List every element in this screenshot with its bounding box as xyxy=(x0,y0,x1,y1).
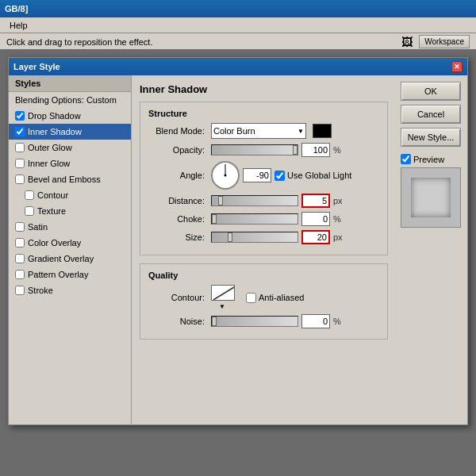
preview-text: Preview xyxy=(413,155,444,164)
structure-section: Structure Blend Mode: Color Burn Normal … xyxy=(140,102,388,255)
quality-section: Quality Contour: ▼ xyxy=(140,263,388,340)
satin-checkbox[interactable] xyxy=(15,222,25,232)
workspace-icon: 🖼 xyxy=(401,36,413,48)
anti-aliased-checkbox[interactable] xyxy=(246,293,256,303)
preview-section: Preview xyxy=(401,154,463,228)
texture-checkbox[interactable] xyxy=(25,206,34,216)
contour-checkbox[interactable] xyxy=(25,190,34,200)
color-overlay-label: Color Overlay xyxy=(28,238,81,248)
canvas-area: Layer Style ✕ Styles Blending Options: C… xyxy=(0,49,476,476)
angle-dial[interactable] xyxy=(211,161,240,190)
choke-label: Choke: xyxy=(148,214,208,224)
contour-dropdown-wrapper: ▼ xyxy=(211,285,235,310)
contour-thumbnail[interactable] xyxy=(211,285,235,301)
title-bar: GB/8] xyxy=(0,0,476,17)
inner-glow-checkbox[interactable] xyxy=(15,159,25,168)
ok-button[interactable]: OK xyxy=(401,82,461,101)
menu-help[interactable]: Help xyxy=(3,21,34,30)
opacity-label: Opacity: xyxy=(148,145,208,155)
choke-input[interactable] xyxy=(301,212,330,226)
blend-mode-select[interactable]: Color Burn Normal Multiply Screen xyxy=(211,123,306,139)
quality-title: Quality xyxy=(148,271,379,280)
section-title: Inner Shadow xyxy=(140,83,388,95)
preview-label[interactable]: Preview xyxy=(401,154,463,164)
title-text: GB/8] xyxy=(5,4,28,13)
outer-glow-checkbox[interactable] xyxy=(15,143,25,152)
size-row: Size: px xyxy=(148,230,379,244)
size-label: Size: xyxy=(148,232,208,242)
contour-row: Contour: ▼ Anti-aliased xyxy=(148,285,379,310)
dialog-close-button[interactable]: ✕ xyxy=(451,61,463,72)
size-unit: px xyxy=(333,232,343,242)
dialog-body: Styles Blending Options: Custom Drop Sha… xyxy=(9,75,467,424)
gradient-overlay-label: Gradient Overlay xyxy=(28,254,94,263)
blend-mode-label: Blend Mode: xyxy=(148,126,208,136)
size-slider[interactable] xyxy=(211,232,298,243)
blend-color-swatch[interactable] xyxy=(313,124,332,138)
styles-panel-header: Styles xyxy=(9,75,131,92)
anti-aliased-label[interactable]: Anti-aliased xyxy=(246,293,304,303)
inner-shadow-checkbox[interactable] xyxy=(15,127,25,136)
preview-box xyxy=(401,167,461,228)
gradient-overlay-checkbox[interactable] xyxy=(15,254,25,263)
blending-options-label: Blending Options: Custom xyxy=(15,95,117,105)
stroke-label: Stroke xyxy=(28,286,53,295)
angle-input[interactable] xyxy=(243,168,271,182)
style-item-drop-shadow[interactable]: Drop Shadow xyxy=(9,108,131,124)
distance-input[interactable] xyxy=(301,194,330,208)
pattern-overlay-checkbox[interactable] xyxy=(15,270,25,279)
bevel-emboss-checkbox[interactable] xyxy=(15,175,25,184)
style-item-texture[interactable]: Texture xyxy=(9,203,131,219)
contour-label: Contour: xyxy=(148,293,208,302)
texture-label: Texture xyxy=(37,206,66,216)
style-item-stroke[interactable]: Stroke xyxy=(9,282,131,298)
style-item-outer-glow[interactable]: Outer Glow xyxy=(9,140,131,155)
layer-style-dialog: Layer Style ✕ Styles Blending Options: C… xyxy=(8,57,468,425)
inner-glow-label: Inner Glow xyxy=(28,159,70,168)
style-item-bevel-emboss[interactable]: Bevel and Emboss xyxy=(9,171,131,187)
preview-checkbox[interactable] xyxy=(401,154,411,164)
style-item-inner-shadow[interactable]: Inner Shadow xyxy=(9,124,131,140)
anti-aliased-text: Anti-aliased xyxy=(259,293,304,302)
info-bar: Click and drag to reposition the effect.… xyxy=(0,33,476,51)
drop-shadow-checkbox[interactable] xyxy=(15,111,25,121)
noise-row: Noise: % xyxy=(148,314,379,328)
style-item-inner-glow[interactable]: Inner Glow xyxy=(9,155,131,171)
stroke-checkbox[interactable] xyxy=(15,286,25,295)
style-item-blending-options[interactable]: Blending Options: Custom xyxy=(9,92,131,108)
style-item-color-overlay[interactable]: Color Overlay xyxy=(9,235,131,251)
main-content: Inner Shadow Structure Blend Mode: Color… xyxy=(132,75,396,424)
contour-label: Contour xyxy=(37,190,68,200)
inner-shadow-label: Inner Shadow xyxy=(28,127,82,136)
noise-slider[interactable] xyxy=(211,316,298,327)
use-global-light-label[interactable]: Use Global Light xyxy=(274,171,351,181)
angle-row: Angle: Use Global Light xyxy=(148,161,379,190)
style-item-gradient-overlay[interactable]: Gradient Overlay xyxy=(9,251,131,267)
use-global-light-checkbox[interactable] xyxy=(274,171,285,181)
color-overlay-checkbox[interactable] xyxy=(15,238,25,248)
new-style-button[interactable]: New Style... xyxy=(401,128,461,147)
opacity-unit: % xyxy=(333,145,341,155)
style-item-contour[interactable]: Contour xyxy=(9,187,131,203)
drop-shadow-label: Drop Shadow xyxy=(28,111,81,121)
distance-label: Distance: xyxy=(148,196,208,205)
noise-label: Noise: xyxy=(148,317,208,326)
menu-bar: Help xyxy=(0,17,476,33)
distance-slider[interactable] xyxy=(211,195,298,206)
opacity-input[interactable] xyxy=(301,143,330,157)
blend-mode-row: Blend Mode: Color Burn Normal Multiply S… xyxy=(148,123,379,139)
opacity-row: Opacity: % xyxy=(148,143,379,157)
pattern-overlay-label: Pattern Overlay xyxy=(28,270,88,279)
workspace-button[interactable]: Workspace xyxy=(419,35,470,48)
style-item-pattern-overlay[interactable]: Pattern Overlay xyxy=(9,267,131,282)
cancel-button[interactable]: Cancel xyxy=(401,105,461,124)
style-item-satin[interactable]: Satin xyxy=(9,219,131,235)
choke-unit: % xyxy=(333,214,341,224)
size-input[interactable] xyxy=(301,230,330,244)
satin-label: Satin xyxy=(28,222,48,232)
contour-dropdown-arrow-icon: ▼ xyxy=(219,303,225,310)
choke-row: Choke: % xyxy=(148,212,379,226)
noise-input[interactable] xyxy=(301,314,330,328)
opacity-slider[interactable] xyxy=(211,144,298,155)
choke-slider[interactable] xyxy=(211,213,298,225)
